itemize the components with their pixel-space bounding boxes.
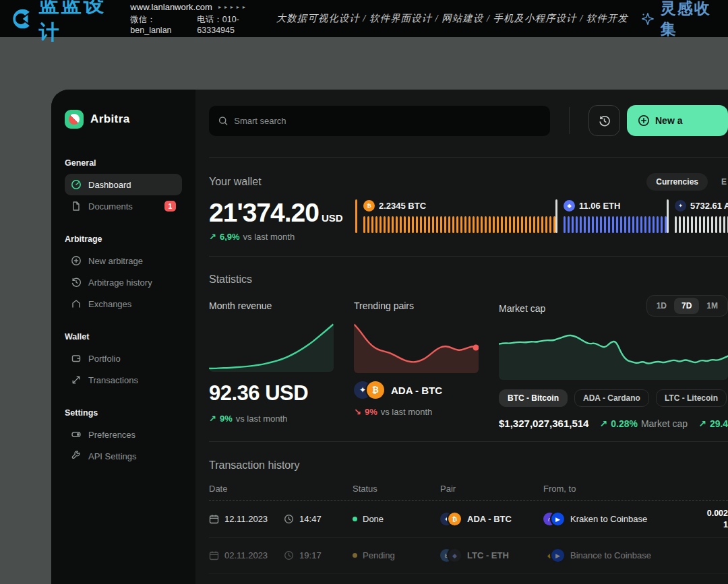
- sidebar-item-label: Arbitrage history: [88, 278, 152, 288]
- history-button[interactable]: [588, 105, 620, 136]
- exchanges-button-truncated[interactable]: E: [720, 173, 728, 191]
- table-row[interactable]: 29.10.202304:23Done✦₿ADA - BTC∩▶Kraken t…: [209, 574, 728, 584]
- new-arbitrage-button[interactable]: New a: [627, 105, 728, 136]
- sidebar-item-portfolio[interactable]: Portfolio: [65, 348, 182, 369]
- wallet-currency-bars: ₿2.2345 BTC◆11.06 ETH✦5732.61 ADA: [355, 199, 728, 242]
- column-header-pair: Pair: [440, 484, 543, 494]
- cell-date: 12.11.202314:47: [209, 514, 353, 524]
- wallet-icon: [71, 353, 82, 364]
- wallet-title: Your wallet: [209, 176, 262, 188]
- market-cap-pills: BTC - BitcoinADA - CardanoLTC - Litecoin…: [499, 389, 728, 407]
- coinbase-icon: ▶: [551, 549, 564, 562]
- collect-link[interactable]: 灵感收集: [640, 0, 717, 40]
- sidebar-item-preferences[interactable]: Preferences: [65, 424, 182, 445]
- sidebar-item-dashboard[interactable]: Dashboard: [65, 174, 182, 195]
- app-logo[interactable]: Arbitra: [65, 110, 182, 129]
- site-logo-text: 蓝蓝设计: [39, 0, 115, 46]
- sidebar-item-arbitrage-history[interactable]: Arbitrage history: [65, 271, 182, 293]
- coinbase-icon: ▶: [551, 513, 564, 525]
- ada-icon: ✦: [675, 200, 686, 212]
- coin-pill[interactable]: BTC - Bitcoin: [499, 389, 568, 407]
- market-cap-chart: [499, 327, 728, 380]
- cell-pair: ✦₿ADA - BTC: [440, 513, 543, 525]
- table-row[interactable]: 02.11.202319:17PendingŁ◆LTC - ETH◆▶Binan…: [209, 538, 728, 574]
- sidebar-item-label: API Settings: [88, 451, 137, 461]
- balance-currency: USD: [322, 212, 343, 224]
- site-logo[interactable]: 蓝蓝设计: [11, 0, 114, 46]
- market-cap-stats: $1,327,027,361,514 ↗ 0.28% Market cap ↗ …: [499, 418, 728, 429]
- sidebar-item-label: Portfolio: [88, 354, 121, 364]
- timeframe-1m[interactable]: 1M: [699, 298, 725, 314]
- sidebar-item-label: Transactions: [88, 375, 138, 385]
- cell-date: 02.11.202319:17: [209, 550, 353, 560]
- new-button-label: New a: [655, 115, 682, 126]
- cell-pair: Ł◆LTC - ETH: [440, 549, 543, 562]
- clock-icon: [284, 514, 294, 524]
- plus-circle-icon: [71, 255, 82, 266]
- cell-amount: 0.0021: [679, 508, 728, 530]
- wallet-currency-btc: ₿2.2345 BTC: [355, 199, 555, 242]
- trend-up-icon: ↗: [209, 232, 216, 242]
- cell-status: Pending: [353, 550, 440, 560]
- arbitra-app: Arbitra General Dashboard Documents 1 Ar…: [51, 90, 728, 584]
- trend-up-icon: ↗: [599, 418, 607, 429]
- divider: [209, 441, 728, 442]
- statistics-panels: Month revenue 92.36 USD ↗ 9% vs last mon…: [209, 300, 728, 429]
- currency-amount: ✦5732.61 ADA: [675, 199, 728, 212]
- cell-from-to: ◆▶Binance to Coinbase: [543, 549, 679, 562]
- trending-pair: ✦₿ ADA - BTC: [354, 381, 479, 399]
- volume-change: ↗ 29.40% Volume (24: [698, 418, 728, 429]
- trending-change: ↘ 9% vs last month: [354, 407, 479, 417]
- balance-block: 21'374.20USD ↗ 6,9% vs last month: [209, 199, 355, 242]
- month-revenue-change: ↗ 9% vs last month: [209, 414, 334, 424]
- trend-up-icon: ↗: [698, 418, 706, 429]
- status-dot: [353, 517, 357, 521]
- sidebar-item-label: New arbitrage: [88, 256, 143, 266]
- currency-amount: ₿2.2345 BTC: [363, 199, 555, 212]
- search-input[interactable]: [234, 116, 541, 126]
- topbar-divider: [569, 107, 570, 134]
- column-header-status: Status: [353, 484, 440, 494]
- history-icon: [598, 115, 611, 127]
- month-revenue-value: 92.36 USD: [209, 381, 334, 405]
- site-url[interactable]: www.lanlanwork.com: [130, 2, 212, 12]
- site-header: 蓝蓝设计 www.lanlanwork.com ►►►►► 微信：ben_lan…: [0, 0, 728, 37]
- nav-title: Settings: [65, 408, 182, 418]
- wallet-body: 21'374.20USD ↗ 6,9% vs last month ₿2.234…: [209, 199, 728, 242]
- table-row[interactable]: 12.11.202314:47Done✦₿ADA - BTC∩▶Kraken t…: [209, 501, 728, 538]
- collect-label: 灵感收集: [661, 0, 717, 40]
- nav-section-wallet: Wallet Portfolio Transactions: [65, 332, 182, 391]
- sidebar-item-new-arbitrage[interactable]: New arbitrage: [65, 250, 182, 271]
- nav-section-settings: Settings Preferences API Settings: [65, 408, 182, 467]
- coin-pill[interactable]: LTC - Litecoin: [656, 389, 727, 407]
- sidebar-item-documents[interactable]: Documents 1: [65, 195, 182, 217]
- currencies-button[interactable]: Currencies: [646, 173, 708, 191]
- coin-pill[interactable]: ADA - Cardano: [574, 389, 649, 407]
- timeframe-7d[interactable]: 7D: [674, 298, 699, 314]
- sidebar-item-label: Documents: [88, 201, 133, 212]
- market-cap-value: $1,327,027,361,514: [499, 418, 588, 429]
- sidebar-item-transactions[interactable]: Transactions: [65, 369, 182, 391]
- trending-pairs-panel: Trending pairs ✦₿ ADA - BTC ↘ 9% vs last…: [354, 300, 479, 429]
- currency-bars: [363, 216, 555, 233]
- status-dot: [353, 553, 357, 558]
- sidebar-item-label: Exchanges: [88, 299, 131, 309]
- documents-badge: 1: [164, 201, 176, 212]
- main-content: New a Your wallet Currencies E 21'374.20…: [195, 90, 728, 584]
- wallet-actions: Currencies E: [646, 173, 728, 191]
- sidebar-item-label: Dashboard: [88, 180, 131, 190]
- search-box[interactable]: [209, 106, 550, 136]
- column-header-date: Date: [209, 484, 353, 494]
- month-revenue-panel: Month revenue 92.36 USD ↗ 9% vs last mon…: [209, 300, 334, 429]
- wallet-change: ↗ 6,9% vs last month: [209, 232, 355, 242]
- trend-down-icon: ↘: [354, 407, 361, 417]
- wallet-balance: 21'374.20USD: [209, 199, 355, 226]
- timeframe-1d[interactable]: 1D: [649, 298, 674, 314]
- market-cap-header: Market cap 1D7D1M: [499, 300, 728, 317]
- document-icon: [71, 201, 82, 212]
- sidebar-item-exchanges[interactable]: Exchanges: [65, 293, 182, 315]
- sidebar-item-api-settings[interactable]: API Settings: [65, 445, 182, 467]
- arrow-icons: ►►►►►: [218, 5, 248, 9]
- wrench-icon: [71, 451, 82, 461]
- exchange-building-icon: [71, 298, 82, 309]
